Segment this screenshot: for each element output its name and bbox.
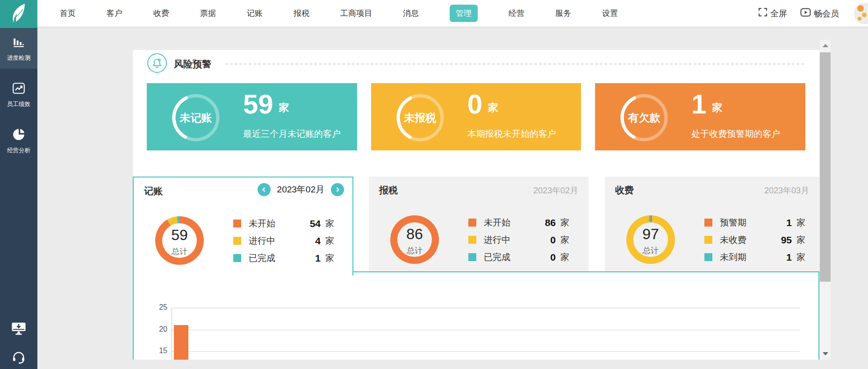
legend-label: 预警期 [720,217,765,229]
pie-chart-icon [12,128,26,142]
legend-row: 已完成 0 家 [468,248,569,266]
nav-item-bookkeeping[interactable]: 记账 [247,8,263,19]
ring-label: 未报税 [395,92,446,143]
gridline [172,351,800,352]
nav-item-messages[interactable]: 消息 [403,8,419,19]
card-unit: 家 [712,101,723,115]
nav-right-tools: 全屏 畅会员 [758,0,839,27]
fullscreen-icon [758,7,768,19]
legend-unit: 家 [796,234,805,246]
legend-label: 未开始 [249,218,294,230]
fullscreen-button[interactable]: 全屏 [758,7,787,19]
prev-month-button[interactable] [258,183,271,196]
legend-row: 未收费 95 家 [704,231,805,248]
trend-chart-icon [12,82,26,96]
legend-swatch [704,219,712,227]
y-axis-tick-label: 25 [147,303,167,312]
scroll-thumb[interactable] [820,52,831,282]
legend-label: 未收费 [720,234,765,246]
panel-title: 收费 [615,184,634,197]
nav-item-customers[interactable]: 客户 [107,8,122,19]
billing-donut-chart: 97 总计 [626,215,675,264]
legend-row: 未开始 86 家 [468,214,569,231]
risk-cards-row: 未记账 59 家 最近三个月未记账的客户 未报税 0 家 本期报税未开始的客户 [147,83,805,150]
legend-value: 86 [529,217,556,228]
legend-swatch [233,237,241,245]
donut-total: 97 [626,226,675,243]
nav-item-business-projects[interactable]: 工商项目 [340,8,372,19]
legend-unit: 家 [325,235,334,247]
legend-row: 进行中 4 家 [233,232,334,249]
member-video-button[interactable]: 畅会员 [800,8,839,19]
bookkeeping-detail-chart-panel: 252015 [133,271,819,360]
legend-label: 未开始 [484,217,529,229]
legend-swatch [233,254,241,262]
sidebar-item-business-analysis[interactable]: 经营分析 [0,121,37,161]
panel-title: 记账 [144,185,163,198]
month-navigator: 2023年02月 [258,183,344,196]
nav-item-invoices[interactable]: 票据 [200,8,216,19]
legend-value: 1 [765,217,792,228]
legend: 预警期 1 家 未收费 95 家 未到期 1 家 [704,214,805,266]
card-description: 本期报税未开始的客户 [467,128,556,140]
next-month-button[interactable] [331,183,344,196]
panel-billing[interactable]: 收费 2023年03月 97 总计 预警期 1 家 未收费 95 家 [605,177,819,275]
vertical-scrollbar[interactable] [820,40,831,360]
nav-item-settings[interactable]: 设置 [602,8,618,19]
risk-card-untaxed[interactable]: 未报税 0 家 本期报税未开始的客户 [371,83,581,150]
sidebar-bottom-tools [0,321,37,366]
legend-value: 54 [294,218,321,229]
sidebar-item-label: 员工绩效 [7,100,30,108]
risk-card-arrears[interactable]: 有欠款 1 家 处于收费预警期的客户 [595,83,805,150]
donut-total-label: 总计 [390,245,439,256]
ring-label: 有欠款 [618,92,670,143]
donut-total-label: 总计 [155,246,204,257]
risk-card-unbooked[interactable]: 未记账 59 家 最近三个月未记账的客户 [147,83,357,150]
legend-row: 已完成 1 家 [233,249,334,267]
legend-unit: 家 [796,251,805,263]
bar [174,325,188,360]
bar-chart-icon [12,35,26,50]
scroll-down-button[interactable] [820,348,831,360]
ring-label: 未记账 [170,92,222,143]
donut-total: 86 [390,226,439,243]
legend-row: 预警期 1 家 [704,214,805,231]
nav-item-operations[interactable]: 经营 [509,8,524,19]
sidebar-item-progress-check[interactable]: 进度检测 [0,28,37,69]
nav-item-services[interactable]: 服务 [555,8,571,19]
sidebar-item-label: 进度检测 [7,54,30,62]
tax-donut-chart: 86 总计 [390,215,439,264]
gridline [172,308,800,308]
client-download-icon[interactable] [11,321,27,338]
legend-value: 4 [294,235,321,247]
legend-value: 0 [529,252,556,263]
dashboard-content-card: 风险预警 未记账 59 家 最近三个月未记账的客户 [133,50,819,360]
panel-title: 报税 [379,184,398,197]
feather-logo-icon [9,3,28,25]
play-video-icon [800,8,811,19]
bookkeeping-donut-chart: 59 总计 [155,216,204,265]
nav-item-home[interactable]: 首页 [60,8,76,19]
legend-swatch [233,220,241,227]
scroll-up-button[interactable] [820,40,831,51]
top-nav: 首页 客户 收费 票据 记账 报税 工商项目 消息 管理 经营 服务 设置 全屏 [0,0,868,27]
app-logo[interactable] [0,0,37,28]
risk-bell-icon [147,53,167,73]
card-value: 1 [691,91,706,118]
nav-item-billing[interactable]: 收费 [153,8,169,19]
left-sidebar: 进度检测 员工绩效 经营分析 [0,27,37,369]
y-axis-tick-label: 15 [147,347,167,355]
sidebar-item-staff-performance[interactable]: 员工绩效 [0,74,37,115]
legend-swatch [704,253,712,261]
legend-unit: 家 [325,252,334,264]
panel-date: 2023年03月 [764,185,809,196]
customer-service-headset-icon[interactable] [11,350,26,366]
panel-tax-filing[interactable]: 报税 2023年02月 86 总计 未开始 86 家 进行中 0 家 [369,177,588,275]
month-label: 2023年02月 [277,184,324,196]
user-avatar[interactable] [854,3,868,24]
nav-item-tax[interactable]: 报税 [294,8,309,19]
nav-item-management[interactable]: 管理 [450,5,478,22]
legend-value: 1 [294,253,321,264]
legend-unit: 家 [560,251,569,263]
panel-bookkeeping[interactable]: 记账 2023年02月 59 总计 [133,177,353,276]
